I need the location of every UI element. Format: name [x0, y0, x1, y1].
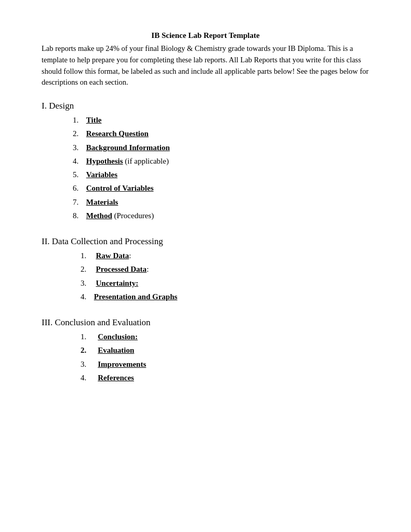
item-number: 5. [73, 169, 84, 181]
item-number: 7. [73, 196, 84, 208]
list-item: 4. References [81, 372, 369, 384]
list-item: 8. Method (Procedures) [73, 210, 369, 222]
section-i-design: I. Design 1. Title 2. Research Question … [42, 101, 369, 222]
section-ii-data: II. Data Collection and Processing 1. Ra… [42, 236, 369, 303]
item-number: 3. [81, 277, 92, 289]
list-item: 1. Conclusion: [81, 331, 369, 343]
item-number: 2. [73, 128, 84, 140]
section-iii-list: 1. Conclusion: 2. Evaluation 3. Improvem… [42, 331, 369, 384]
item-number: 2. [81, 344, 92, 356]
item-label: Variables [86, 170, 117, 179]
item-extra: : [147, 265, 149, 273]
section-ii-heading: II. Data Collection and Processing [42, 236, 369, 247]
item-number: 6. [73, 182, 84, 194]
item-extra: (Procedures) [112, 211, 154, 220]
item-label: Research Question [86, 129, 149, 138]
item-label: Conclusion: [98, 332, 138, 341]
item-label: Background Information [86, 143, 170, 152]
list-item: 4. Presentation and Graphs [81, 291, 369, 303]
list-item: 2. Research Question [73, 128, 369, 140]
list-item: 7. Materials [73, 196, 369, 208]
list-item: 6. Control of Variables [73, 182, 369, 194]
section-iii-heading: III. Conclusion and Evaluation [42, 317, 369, 328]
section-i-list: 1. Title 2. Research Question 3. Backgro… [42, 114, 369, 222]
item-label: Presentation and Graphs [94, 292, 178, 301]
item-number: 4. [81, 291, 92, 303]
item-label: Control of Variables [86, 184, 154, 192]
item-label: Processed Data [96, 265, 147, 273]
list-item: 3. Uncertainty: [81, 277, 369, 289]
item-number: 3. [81, 358, 92, 370]
list-item: 3. Improvements [81, 358, 369, 370]
item-number: 1. [81, 250, 92, 262]
item-label: Evaluation [98, 346, 134, 354]
item-label: Materials [86, 198, 118, 206]
list-item: 2. Processed Data: [81, 263, 369, 275]
item-number: 1. [73, 114, 84, 126]
item-number: 2. [81, 263, 92, 275]
item-label: Uncertainty: [96, 279, 139, 287]
item-number: 1. [81, 331, 92, 343]
item-number: 4. [73, 155, 84, 167]
list-item: 5. Variables [73, 169, 369, 181]
header-section: IB Science Lab Report Template Lab repor… [42, 31, 369, 88]
item-label: Hypothesis [86, 157, 123, 165]
item-extra: (if applicable) [123, 157, 169, 165]
item-number: 3. [73, 142, 84, 154]
list-item: 1. Raw Data: [81, 250, 369, 262]
header-body: Lab reports make up 24% of your final Bi… [42, 43, 369, 88]
item-number: 4. [81, 372, 92, 384]
item-label: Method [86, 211, 112, 220]
item-label: Raw Data [96, 251, 129, 260]
section-i-heading: I. Design [42, 101, 369, 111]
list-item: 1. Title [73, 114, 369, 126]
item-extra: : [129, 251, 131, 260]
section-iii-conclusion: III. Conclusion and Evaluation 1. Conclu… [42, 317, 369, 384]
item-label: References [98, 374, 134, 382]
document-title: IB Science Lab Report Template [42, 31, 369, 40]
list-item: 3. Background Information [73, 142, 369, 154]
item-label: Title [86, 116, 102, 124]
item-label: Improvements [98, 360, 146, 368]
item-number: 8. [73, 210, 84, 222]
section-ii-list: 1. Raw Data: 2. Processed Data: 3. Uncer… [42, 250, 369, 303]
list-item: 2. Evaluation [81, 344, 369, 356]
list-item: 4. Hypothesis (if applicable) [73, 155, 369, 167]
